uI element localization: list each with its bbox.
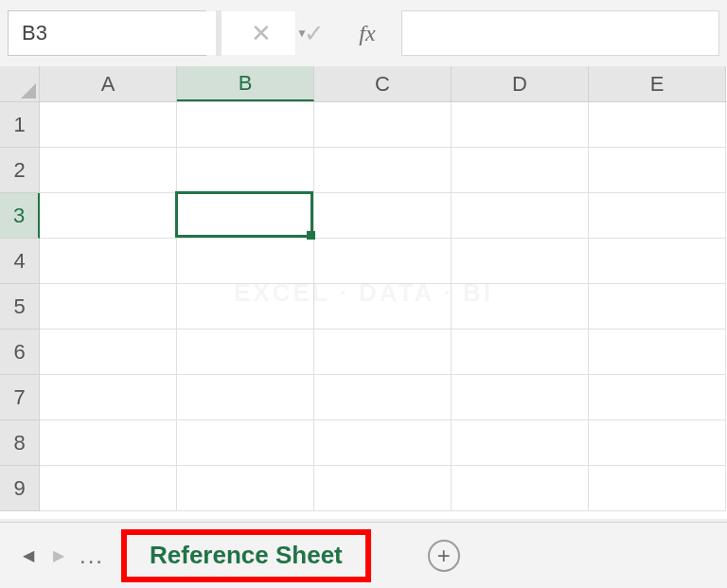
- cell[interactable]: [40, 193, 177, 239]
- grid-body: 1 2 3 4 5 6 7 8 9: [0, 102, 727, 519]
- cell[interactable]: [314, 466, 452, 511]
- cell[interactable]: [40, 284, 177, 330]
- column-header[interactable]: A: [40, 66, 177, 101]
- cell[interactable]: [40, 466, 177, 511]
- cell[interactable]: [314, 420, 452, 466]
- cell[interactable]: [589, 330, 726, 375]
- sheet-tab[interactable]: Reference Sheet: [150, 541, 343, 570]
- formula-bar: ▼ ✕ ✓ fx: [0, 0, 727, 66]
- tab-nav-prev-icon[interactable]: ◀: [23, 546, 34, 564]
- cell[interactable]: [589, 102, 726, 148]
- cell[interactable]: [589, 239, 726, 284]
- cell-row: [40, 420, 727, 466]
- cell-row: [40, 466, 727, 511]
- cell[interactable]: [452, 375, 589, 420]
- cell[interactable]: [40, 375, 177, 420]
- cell[interactable]: [177, 330, 314, 375]
- row-header[interactable]: 7: [0, 375, 40, 420]
- cell-row: [40, 330, 727, 375]
- cell-row: [40, 239, 727, 284]
- add-sheet-button[interactable]: +: [428, 540, 460, 572]
- cell[interactable]: [314, 148, 452, 193]
- cell[interactable]: [452, 330, 589, 375]
- cells-area[interactable]: [40, 102, 727, 519]
- cell[interactable]: [40, 420, 177, 466]
- cell[interactable]: [40, 239, 177, 284]
- column-header[interactable]: C: [314, 66, 452, 101]
- cell[interactable]: [177, 375, 314, 420]
- column-header[interactable]: B: [177, 66, 314, 101]
- cell[interactable]: [314, 330, 452, 375]
- cell[interactable]: [40, 330, 177, 375]
- formula-input[interactable]: [401, 10, 719, 56]
- cell[interactable]: [177, 284, 314, 330]
- cell[interactable]: [314, 102, 452, 148]
- row-header[interactable]: 5: [0, 284, 40, 330]
- cell[interactable]: [177, 102, 314, 148]
- row-headers-column: 1 2 3 4 5 6 7 8 9: [0, 102, 40, 519]
- cell[interactable]: [589, 420, 726, 466]
- cell[interactable]: [589, 466, 726, 511]
- cell[interactable]: [452, 102, 589, 148]
- column-header[interactable]: E: [589, 66, 726, 101]
- cancel-icon: ✕: [235, 10, 288, 56]
- cell[interactable]: [314, 375, 452, 420]
- cell[interactable]: [314, 284, 452, 330]
- spreadsheet-grid: A B C D E 1 2 3 4 5 6 7 8 9 EXCEL · DATA…: [0, 66, 727, 519]
- cell[interactable]: [177, 420, 314, 466]
- cell[interactable]: [452, 193, 589, 239]
- cell-row: [40, 102, 727, 148]
- row-header[interactable]: 6: [0, 330, 40, 375]
- cell[interactable]: [452, 284, 589, 330]
- cell[interactable]: [177, 193, 314, 239]
- cell[interactable]: [40, 148, 177, 193]
- column-headers-row: A B C D E: [0, 66, 727, 102]
- cell-row: [40, 284, 727, 330]
- row-header[interactable]: 1: [0, 102, 40, 148]
- cell[interactable]: [177, 148, 314, 193]
- column-header[interactable]: D: [452, 66, 589, 101]
- row-header[interactable]: 3: [0, 193, 40, 239]
- cell[interactable]: [589, 284, 726, 330]
- name-box-container: ▼: [8, 10, 206, 56]
- cell[interactable]: [314, 239, 452, 284]
- cell[interactable]: [452, 420, 589, 466]
- cell[interactable]: [589, 193, 726, 239]
- sheet-tabs-bar: ◀ ▶ ... Reference Sheet +: [0, 522, 727, 588]
- cell[interactable]: [177, 239, 314, 284]
- insert-function-button[interactable]: fx: [341, 10, 394, 56]
- row-header[interactable]: 9: [0, 466, 40, 511]
- row-header[interactable]: 2: [0, 148, 40, 193]
- select-all-button[interactable]: [0, 66, 40, 101]
- cell[interactable]: [177, 466, 314, 511]
- enter-icon: ✓: [288, 10, 341, 56]
- cell-row: [40, 193, 727, 239]
- tab-overflow-icon[interactable]: ...: [80, 543, 104, 569]
- cell[interactable]: [40, 102, 177, 148]
- cell[interactable]: [314, 193, 452, 239]
- formula-bar-separator: [216, 10, 222, 56]
- cell-row: [40, 375, 727, 420]
- cell[interactable]: [589, 375, 726, 420]
- cell[interactable]: [452, 466, 589, 511]
- tab-nav-next-icon[interactable]: ▶: [53, 546, 64, 564]
- formula-bar-buttons: ✕ ✓ fx: [235, 10, 394, 56]
- cell-row: [40, 148, 727, 193]
- row-header[interactable]: 4: [0, 239, 40, 284]
- row-header[interactable]: 8: [0, 420, 40, 466]
- cell[interactable]: [589, 148, 726, 193]
- active-tab-highlight: Reference Sheet: [121, 529, 371, 582]
- cell[interactable]: [452, 148, 589, 193]
- cell[interactable]: [452, 239, 589, 284]
